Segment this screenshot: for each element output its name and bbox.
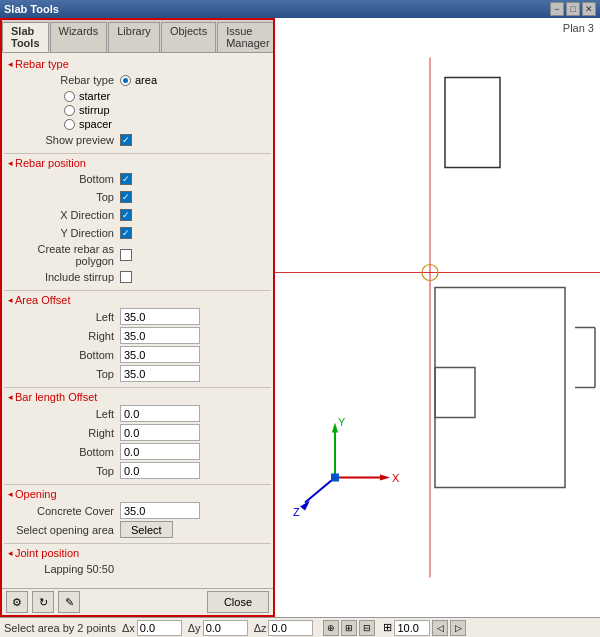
az-input[interactable] <box>268 620 313 636</box>
radio-starter-item[interactable]: starter <box>4 89 271 103</box>
area-offset-bottom-label: Bottom <box>10 349 120 361</box>
rebar-type-area-radio[interactable]: area <box>120 74 265 86</box>
bar-length-left-row: Left <box>4 404 271 423</box>
select-opening-label: Select opening area <box>10 524 120 536</box>
tab-wizards[interactable]: Wizards <box>50 22 108 52</box>
bar-length-top-input[interactable] <box>120 462 200 479</box>
zoom-input[interactable] <box>394 620 430 636</box>
snap-icon-1[interactable]: ⊕ <box>323 620 339 636</box>
position-stirrup-row: Include stirrup <box>4 268 271 286</box>
position-polygon-row: Create rebar as polygon <box>4 242 271 268</box>
area-offset-bottom-row: Bottom <box>4 345 271 364</box>
joint-position-header: Joint position <box>4 546 271 560</box>
viewport-panel: Plan 3 Y X <box>275 18 600 617</box>
area-offset-right-row: Right <box>4 326 271 345</box>
bar-length-right-label: Right <box>10 427 120 439</box>
zoom-btn-1[interactable]: ◁ <box>432 620 448 636</box>
area-offset-top-label: Top <box>10 368 120 380</box>
bar-length-bottom-row: Bottom <box>4 442 271 461</box>
radio-stirrup-item[interactable]: stirrup <box>4 103 271 117</box>
area-offset-bottom-input[interactable] <box>120 346 200 363</box>
concrete-cover-input[interactable] <box>120 502 200 519</box>
joint-position-section: Joint position Lapping 50:50 <box>4 546 271 578</box>
rebar-position-header: Rebar position <box>4 156 271 170</box>
close-window-button[interactable]: ✕ <box>582 2 596 16</box>
position-bottom-label: Bottom <box>10 173 120 185</box>
zoom-area: ⊞ ◁ ▷ <box>383 620 466 636</box>
show-preview-label: Show preview <box>10 134 120 146</box>
area-offset-label: Area Offset <box>15 294 70 306</box>
status-bar: Select area by 2 points Δx Δy Δz ⊕ ⊞ ⊟ ⊞… <box>0 617 600 637</box>
snap-icons-area: ⊕ ⊞ ⊟ <box>323 620 375 636</box>
area-offset-left-label: Left <box>10 311 120 323</box>
maximize-button[interactable]: □ <box>566 2 580 16</box>
rebar-position-label: Rebar position <box>15 157 86 169</box>
opening-section: Opening Concrete Cover Select opening ar… <box>4 487 271 539</box>
bar-length-left-input[interactable] <box>120 405 200 422</box>
title-bar-controls: − □ ✕ <box>550 2 596 16</box>
tab-library[interactable]: Library <box>108 22 160 52</box>
left-panel: Slab Tools Wizards Library Objects Issue… <box>0 18 275 617</box>
snap-icon-2[interactable]: ⊞ <box>341 620 357 636</box>
zoom-label: ⊞ <box>383 621 392 634</box>
concrete-cover-row: Concrete Cover <box>4 501 271 520</box>
status-text: Select area by 2 points <box>4 622 116 634</box>
position-polygon-checkbox[interactable] <box>120 249 132 261</box>
radio-spacer[interactable] <box>64 119 75 130</box>
tool-btn-2[interactable]: ↻ <box>32 591 54 613</box>
rebar-position-section: Rebar position Bottom Top X Direction <box>4 156 271 286</box>
area-offset-top-input[interactable] <box>120 365 200 382</box>
tool-btn-3[interactable]: ✎ <box>58 591 80 613</box>
area-offset-right-label: Right <box>10 330 120 342</box>
svg-rect-18 <box>331 474 339 482</box>
bar-length-offset-label: Bar length Offset <box>15 391 97 403</box>
position-stirrup-checkbox[interactable] <box>120 271 132 283</box>
rebar-type-label: Rebar type <box>15 58 69 70</box>
bar-length-left-label: Left <box>10 408 120 420</box>
minimize-button[interactable]: − <box>550 2 564 16</box>
az-field: Δz <box>254 620 314 636</box>
radio-spacer-item[interactable]: spacer <box>4 117 271 131</box>
radio-area-label: area <box>135 74 157 86</box>
snap-icon-3[interactable]: ⊟ <box>359 620 375 636</box>
position-xdir-checkbox[interactable] <box>120 209 132 221</box>
position-bottom-checkbox[interactable] <box>120 173 132 185</box>
tab-objects[interactable]: Objects <box>161 22 216 52</box>
tool-btn-1[interactable]: ⚙ <box>6 591 28 613</box>
ay-label: Δy <box>188 622 201 634</box>
ay-input[interactable] <box>203 620 248 636</box>
bar-length-right-input[interactable] <box>120 424 200 441</box>
area-offset-section: Area Offset Left Right Bottom <box>4 293 271 383</box>
select-opening-row: Select opening area Select <box>4 520 271 539</box>
svg-text:Z: Z <box>293 506 300 518</box>
svg-rect-0 <box>445 78 500 168</box>
show-preview-checkbox[interactable] <box>120 134 132 146</box>
close-button[interactable]: Close <box>207 591 269 613</box>
radio-area[interactable] <box>120 75 131 86</box>
title-bar: Slab Tools − □ ✕ <box>0 0 600 18</box>
zoom-btn-2[interactable]: ▷ <box>450 620 466 636</box>
position-ydir-checkbox[interactable] <box>120 227 132 239</box>
radio-starter[interactable] <box>64 91 75 102</box>
svg-marker-13 <box>380 475 390 481</box>
rebar-type-section: Rebar type Rebar type area <box>4 57 271 149</box>
bottom-toolbar: ⚙ ↻ ✎ Close <box>2 588 273 615</box>
tab-slab-tools[interactable]: Slab Tools <box>2 22 49 52</box>
radio-starter-label: starter <box>79 90 110 102</box>
position-ydir-label: Y Direction <box>10 227 120 239</box>
area-offset-left-input[interactable] <box>120 308 200 325</box>
area-offset-right-input[interactable] <box>120 327 200 344</box>
bar-length-bottom-input[interactable] <box>120 443 200 460</box>
ax-input[interactable] <box>137 620 182 636</box>
position-top-checkbox[interactable] <box>120 191 132 203</box>
radio-spacer-label: spacer <box>79 118 112 130</box>
radio-stirrup[interactable] <box>64 105 75 116</box>
position-stirrup-label: Include stirrup <box>10 271 120 283</box>
svg-line-15 <box>305 478 335 503</box>
opening-header: Opening <box>4 487 271 501</box>
select-opening-button[interactable]: Select <box>120 521 173 538</box>
viewport-drawing: Y X Z <box>275 18 600 617</box>
tab-issue-manager[interactable]: Issue Manager <box>217 22 275 52</box>
bar-length-bottom-label: Bottom <box>10 446 120 458</box>
bar-length-top-row: Top <box>4 461 271 480</box>
